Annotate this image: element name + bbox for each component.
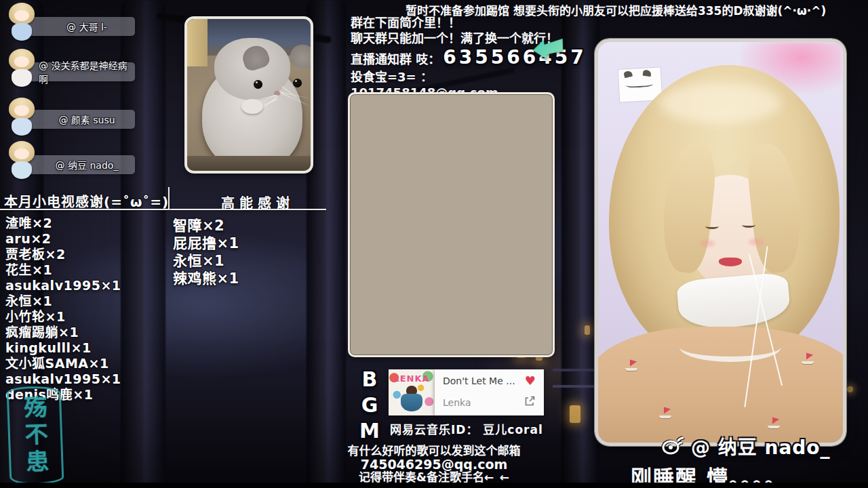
- bgm-letter: M: [357, 418, 382, 444]
- lit-window: [570, 405, 580, 423]
- sailboat-print: [768, 418, 781, 429]
- monthly-thanks-title: 本月小电视感谢(=˚ω˚=): [4, 191, 169, 211]
- info-line-4: 投食宝=3= ：: [351, 69, 595, 85]
- poster-cat-face: [626, 80, 653, 88]
- poster-cat-ear: [623, 70, 633, 78]
- thanks-list-item: 疯瘤踢躺×1: [5, 325, 121, 340]
- chibi-avatar: [3, 47, 41, 89]
- streamer-lips: [719, 258, 742, 266]
- streamer-eye: [705, 224, 719, 229]
- avatar-face: [14, 56, 29, 67]
- avatar-body: [12, 118, 32, 136]
- webcam-frame: [595, 39, 846, 446]
- now-playing-card: Don't Let Me ... ♥ Lenka: [435, 369, 544, 415]
- thanks-list-item: 文小狐SAMA×1: [5, 356, 121, 371]
- arrow-left-icon: [532, 36, 566, 66]
- thanks-list-item: 花生×1: [5, 262, 121, 278]
- thanks-list-item: 小竹轮×1: [5, 309, 121, 325]
- sailboat-print: [625, 361, 639, 371]
- album-title: LENKA: [389, 373, 435, 384]
- lit-window: [585, 325, 590, 335]
- chinchilla-paws: [241, 99, 263, 114]
- fan-badge-label: @ 纳豆 nado_: [56, 158, 119, 171]
- weibo-handle: @ 纳豆 nado_: [661, 432, 831, 460]
- song-artist: Lenka: [443, 397, 471, 408]
- song-request-line: 有什么好听的歌可以发到这个邮箱: [312, 445, 556, 458]
- share-icon[interactable]: [524, 395, 536, 409]
- hair-highlight: [659, 83, 781, 123]
- chibi-avatar: [3, 1, 41, 43]
- superchat-thanks-list: 智障×2屁屁撸×1永恒×1辣鸡熊×1: [173, 217, 239, 287]
- avatar-body: [12, 69, 32, 87]
- thanks-list-item: aru×2: [5, 231, 121, 247]
- weibo-icon: [661, 434, 687, 458]
- stream-overlay: @ 大哥 l- @ 没关系都是神经病啊 @ 颜素 susu @ 纳豆 nado_: [0, 0, 868, 488]
- avatar-face: [14, 105, 29, 116]
- chinchilla-eye: [254, 80, 262, 89]
- chinchilla-head: [214, 38, 290, 100]
- bgm-label: BGM: [357, 367, 382, 444]
- avatar-body: [12, 161, 32, 179]
- sailboat-print: [659, 408, 673, 419]
- blush: [749, 239, 764, 245]
- avatar-body: [12, 23, 32, 41]
- thanks-list-item: 辣鸡熊×1: [173, 270, 239, 287]
- chinchilla-photo: [184, 16, 313, 174]
- chibi-avatar: [3, 140, 41, 182]
- info-line-1: 群在下面简介里！！: [351, 15, 595, 30]
- song-request-email: 745046295@qq.com: [312, 458, 556, 471]
- thanks-divider-horizontal: [0, 209, 326, 210]
- photo-pillar: [187, 19, 208, 66]
- poster-cat-ear: [643, 70, 652, 77]
- blank-beige-panel: [348, 92, 555, 357]
- avatar-face: [14, 10, 29, 21]
- album-girl-dress: [401, 394, 422, 411]
- seal-watermark: 殇不患: [6, 386, 64, 486]
- thanks-list-item: 永恒×1: [5, 293, 121, 309]
- thanks-list-item: kingkulll×1: [5, 340, 121, 356]
- thanks-list-item: 贾老板×2: [5, 247, 121, 262]
- sailboat-print: [802, 354, 815, 365]
- fan-badge-label: @ 没关系都是神经病啊: [39, 58, 135, 85]
- monthly-thanks-list: 渣唯×2aru×2贾老板×2花生×1asukalv1995×1永恒×1小竹轮×1…: [5, 216, 121, 403]
- thanks-list-item: 永恒×1: [173, 252, 239, 270]
- heart-icon[interactable]: ♥: [525, 375, 536, 386]
- bgm-letter: G: [357, 392, 382, 418]
- background-railing: [553, 385, 600, 388]
- netease-music-id: 网易云音乐ID： 豆儿coral: [390, 420, 543, 437]
- thanks-list-item: asukalv1995×1: [5, 371, 121, 387]
- bgm-letter: B: [357, 367, 382, 392]
- avatar-face: [14, 148, 29, 159]
- seal-text: 殇不患: [17, 394, 53, 477]
- streamer-eye: [742, 222, 755, 228]
- photo-floor: [187, 156, 311, 171]
- song-request-block: 有什么好听的歌可以发到这个邮箱 745046295@qq.com 记得带伴奏&备…: [312, 445, 556, 484]
- thanks-list-item: 屁屁撸×1: [173, 235, 239, 252]
- thanks-list-item: asukalv1995×1: [5, 278, 121, 293]
- blush: [700, 240, 715, 247]
- thanks-list-item: 智障×2: [173, 217, 239, 235]
- thanks-divider-vertical: [168, 187, 170, 209]
- weibo-handle-text: @ 纳豆 nado_: [691, 432, 831, 460]
- chinchilla-ear: [240, 43, 272, 73]
- thanks-list-item: 渣唯×2: [5, 216, 121, 231]
- fan-badge-label: @ 颜素 susu: [58, 113, 115, 126]
- qq-group-label: 直播通知群 吱：: [351, 52, 440, 67]
- chibi-avatar: [3, 96, 41, 138]
- song-title: Don't Let Me ...: [443, 375, 515, 386]
- album-art: LENKA: [389, 369, 435, 415]
- chinchilla-eye: [293, 79, 302, 87]
- lantern-glow: [847, 386, 853, 392]
- sweater-collar: [679, 332, 781, 362]
- fan-badge-label: @ 大哥 l-: [66, 20, 107, 33]
- letterbox-bar: [0, 483, 868, 488]
